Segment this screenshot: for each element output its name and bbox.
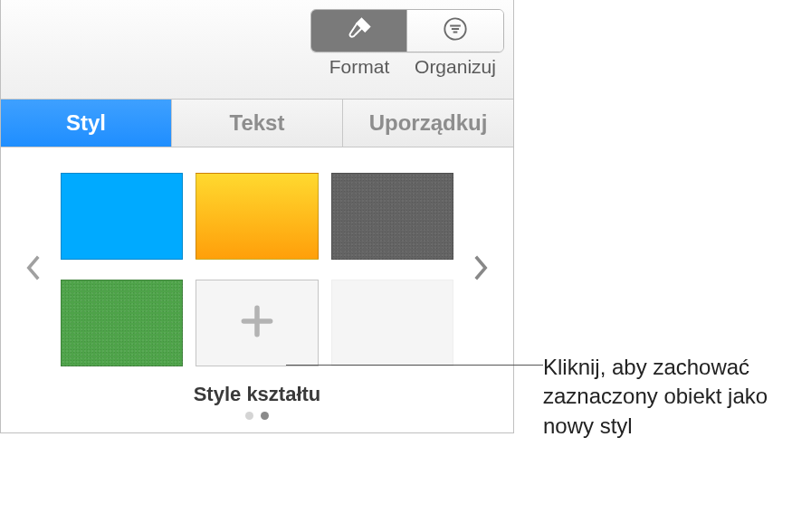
callout-leader-line — [286, 365, 543, 366]
inspector-panel: Format Organizuj Styl Tekst Uporządkuj — [0, 0, 514, 433]
page-dot-2[interactable] — [261, 412, 269, 420]
format-label: Format — [311, 56, 407, 78]
format-button[interactable] — [311, 10, 407, 52]
page-dot-1[interactable] — [245, 412, 253, 420]
toolbar: Format Organizuj — [1, 0, 513, 100]
paintbrush-icon — [346, 15, 373, 46]
inspector-tabs: Styl Tekst Uporządkuj — [1, 100, 513, 147]
tab-style[interactable]: Styl — [1, 100, 172, 147]
shape-styles-section: Style kształtu — [1, 147, 513, 432]
callout-text: Kliknij, aby zachować zaznaczony obiekt … — [543, 353, 797, 441]
style-swatch-gray[interactable] — [331, 173, 453, 260]
plus-icon — [237, 301, 277, 345]
chevron-right-icon — [472, 255, 489, 284]
add-style-button[interactable] — [196, 280, 318, 366]
page-indicator — [21, 412, 493, 420]
organize-button[interactable] — [407, 10, 503, 52]
tab-arrange[interactable]: Uporządkuj — [343, 100, 513, 147]
style-swatch-green[interactable] — [61, 280, 183, 366]
tab-text[interactable]: Tekst — [172, 100, 343, 147]
shape-styles-title: Style kształtu — [21, 383, 493, 406]
next-page-button[interactable] — [468, 255, 493, 284]
organize-icon — [443, 16, 468, 45]
style-swatch-blue[interactable] — [61, 173, 183, 260]
style-swatch-empty — [331, 280, 453, 366]
prev-page-button[interactable] — [21, 255, 46, 284]
chevron-left-icon — [25, 255, 42, 284]
style-swatch-orange[interactable] — [196, 173, 318, 260]
organize-label: Organizuj — [407, 56, 503, 78]
